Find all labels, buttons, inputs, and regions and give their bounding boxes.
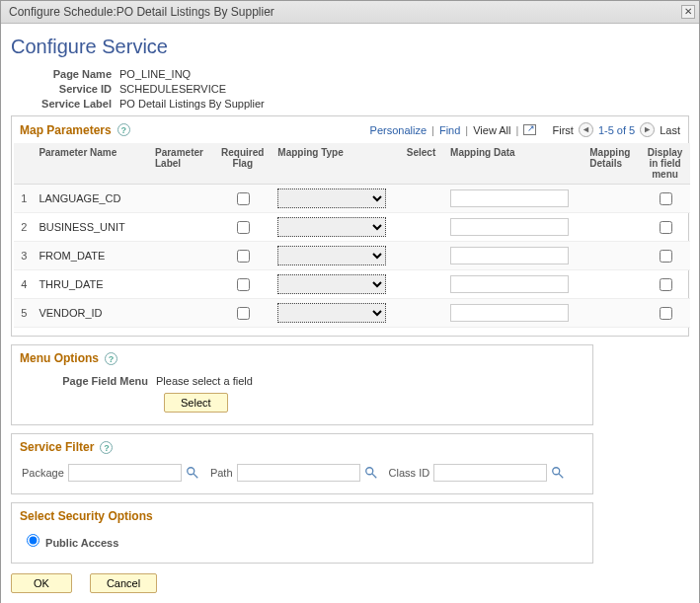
table-row: 4THRU_DATE [14, 270, 690, 299]
required-flag-checkbox[interactable] [237, 192, 250, 205]
map-parameters-title: Map Parameters ? [20, 123, 130, 137]
mapping-type-select[interactable] [277, 217, 386, 237]
personalize-link[interactable]: Personalize [370, 124, 427, 136]
public-access-radio[interactable] [27, 534, 39, 547]
display-in-field-menu-checkbox[interactable] [660, 221, 672, 234]
col-required-flag: Required Flag [213, 143, 272, 185]
cell-mapping-details [583, 213, 640, 242]
table-row: 5VENDOR_ID [14, 299, 690, 328]
value-service-id: SCHEDULESERVICE [119, 83, 226, 95]
cell-parameter-name: VENDOR_ID [33, 299, 149, 328]
cell-parameter-label [149, 185, 213, 213]
label-service-id: Service ID [11, 83, 119, 95]
lookup-icon[interactable] [186, 466, 199, 480]
classid-input[interactable] [433, 464, 547, 482]
mapping-data-input[interactable] [450, 247, 569, 264]
help-icon[interactable]: ? [105, 352, 117, 365]
required-flag-checkbox[interactable] [237, 250, 250, 263]
mapping-data-input[interactable] [450, 189, 569, 207]
cell-mapping-details [583, 270, 640, 299]
display-in-field-menu-checkbox[interactable] [660, 307, 672, 320]
col-seq [14, 143, 33, 185]
find-link[interactable]: Find [439, 124, 460, 136]
cell-parameter-label [149, 242, 213, 270]
public-access-option[interactable]: Public Access [22, 537, 118, 549]
value-page-field-menu: Please select a field [156, 375, 253, 387]
map-parameters-table: Parameter Name Parameter Label Required … [14, 143, 690, 328]
next-icon[interactable]: ► [640, 122, 655, 137]
svg-point-4 [553, 468, 560, 475]
table-row: 2BUSINESS_UNIT [14, 213, 690, 242]
cell-mapping-details [583, 299, 640, 328]
row-seq: 4 [14, 270, 33, 299]
svg-point-2 [365, 468, 372, 475]
grid-toolbar: Personalize | Find | View All | First ◄ … [370, 122, 680, 137]
path-input[interactable] [237, 464, 360, 482]
package-input[interactable] [68, 464, 182, 482]
view-all-text: View All [473, 124, 510, 136]
required-flag-checkbox[interactable] [237, 307, 250, 320]
popout-icon[interactable] [523, 124, 536, 135]
last-text: Last [660, 124, 680, 136]
cell-parameter-label [149, 299, 213, 328]
mapping-type-select[interactable] [277, 188, 386, 208]
cell-parameter-label [149, 270, 213, 299]
col-select: Select [401, 143, 444, 185]
label-page-field-menu: Page Field Menu [22, 375, 156, 387]
cell-parameter-name: LANGUAGE_CD [33, 185, 149, 213]
window-titlebar: Configure Schedule:PO Detail Listings By… [1, 1, 699, 24]
mapping-data-input[interactable] [450, 275, 569, 293]
mapping-type-select[interactable] [277, 274, 386, 294]
cell-select [401, 270, 444, 299]
mapping-data-input[interactable] [450, 304, 569, 322]
prev-icon[interactable]: ◄ [579, 122, 593, 137]
mapping-data-input[interactable] [450, 218, 569, 236]
col-parameter-label: Parameter Label [149, 143, 213, 185]
lookup-icon[interactable] [551, 466, 565, 480]
label-classid: Class ID [389, 467, 430, 479]
col-mapping-details: Mapping Details [583, 143, 640, 185]
display-in-field-menu-checkbox[interactable] [660, 250, 672, 263]
display-in-field-menu-checkbox[interactable] [660, 278, 672, 291]
col-display-in-field-menu: Display in field menu [640, 143, 690, 185]
first-text: First [553, 124, 574, 136]
svg-point-0 [188, 468, 194, 475]
cell-mapping-details [583, 185, 640, 213]
required-flag-checkbox[interactable] [237, 278, 250, 291]
svg-line-3 [371, 474, 375, 478]
col-mapping-type: Mapping Type [272, 143, 400, 185]
row-seq: 5 [14, 299, 33, 328]
cell-parameter-name: THRU_DATE [33, 270, 149, 299]
value-service-label: PO Detail Listings By Supplier [119, 98, 265, 110]
lookup-icon[interactable] [364, 466, 378, 480]
required-flag-checkbox[interactable] [237, 221, 250, 234]
cell-select [401, 185, 444, 213]
service-filter-title: Service Filter ? [20, 440, 113, 454]
page-title: Configure Service [11, 36, 689, 58]
cell-parameter-name: BUSINESS_UNIT [33, 213, 149, 242]
cancel-button[interactable]: Cancel [90, 573, 157, 593]
cell-select [401, 242, 444, 270]
display-in-field-menu-checkbox[interactable] [660, 192, 672, 205]
col-mapping-data: Mapping Data [444, 143, 583, 185]
cell-parameter-label [149, 213, 213, 242]
close-icon[interactable]: ✕ [681, 5, 695, 19]
cell-select [401, 299, 444, 328]
window-title: Configure Schedule:PO Detail Listings By… [9, 5, 274, 19]
col-parameter-name: Parameter Name [33, 143, 149, 185]
help-icon[interactable]: ? [117, 123, 130, 136]
cell-mapping-details [583, 242, 640, 270]
value-page-name: PO_LINE_INQ [119, 68, 191, 80]
mapping-type-select[interactable] [277, 246, 386, 265]
label-page-name: Page Name [11, 68, 119, 80]
cell-parameter-name: FROM_DATE [33, 242, 149, 270]
label-package: Package [22, 467, 64, 479]
cell-select [401, 213, 444, 242]
ok-button[interactable]: OK [11, 573, 72, 593]
security-title: Select Security Options [20, 509, 153, 523]
select-button[interactable]: Select [164, 393, 228, 413]
help-icon[interactable]: ? [100, 441, 113, 454]
row-counter: 1-5 of 5 [598, 124, 635, 136]
mapping-type-select[interactable] [277, 303, 386, 323]
row-seq: 2 [14, 213, 33, 242]
